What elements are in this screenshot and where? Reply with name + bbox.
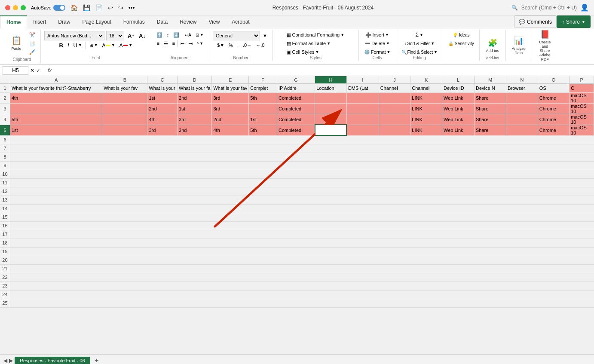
sort-filter-button[interactable]: ↕ Sort & Filter ▼ [402, 40, 436, 47]
row-num-16[interactable]: 16 [0, 221, 10, 230]
cell-O1[interactable]: OS [538, 84, 569, 92]
cell-C5[interactable]: 3rd [147, 125, 178, 135]
cell-F1[interactable]: Complet [249, 84, 277, 92]
text-direction-button[interactable]: ᴬ▼ [195, 40, 205, 47]
minimize-button[interactable] [13, 5, 18, 10]
cell-F5[interactable]: 5th [249, 125, 277, 135]
scroll-right-icon[interactable]: ▶ [9, 358, 13, 364]
cell-J3[interactable] [379, 103, 410, 114]
row-num-15[interactable]: 15 [0, 213, 10, 221]
cell-E2[interactable]: 3rd [212, 92, 249, 103]
col-header-I[interactable]: I [346, 76, 379, 84]
row-num-7[interactable]: 7 [0, 144, 10, 153]
row-num-10[interactable]: 10 [0, 170, 10, 178]
cell-P4[interactable]: macOS 10 [570, 114, 594, 125]
row-num-11[interactable]: 11 [0, 178, 10, 187]
row-num-22[interactable]: 22 [0, 273, 10, 281]
cell-M5[interactable]: Share [474, 125, 506, 135]
more-icon[interactable]: ••• [129, 4, 135, 11]
col-header-M[interactable]: M [474, 76, 506, 84]
cell-G5[interactable]: Completed [277, 125, 315, 135]
add-ins-button[interactable]: 🧩 Add-ins [483, 34, 502, 58]
save-icon[interactable]: 💾 [83, 4, 90, 11]
italic-button[interactable]: I [66, 41, 71, 49]
cell-H1[interactable]: Location [315, 84, 347, 92]
row-num-13[interactable]: 13 [0, 196, 10, 204]
col-header-C[interactable]: C [147, 76, 178, 84]
tab-review[interactable]: Review [174, 15, 202, 28]
font-name-select[interactable]: Aptos Narrow (Bod... [44, 31, 104, 40]
sheet-tab-active[interactable]: Responses - Favorite Fruit - 06 [15, 357, 90, 364]
cell-P3[interactable]: macOS 10 [570, 103, 594, 114]
cell-K4[interactable]: LINK [410, 114, 442, 125]
col-header-K[interactable]: K [410, 76, 442, 84]
fill-color-button[interactable]: A ▼ [101, 41, 117, 49]
row-num-25[interactable]: 25 [0, 299, 10, 307]
col-header-O[interactable]: O [538, 76, 569, 84]
row-num-9[interactable]: 9 [0, 161, 10, 170]
row-num-17[interactable]: 17 [0, 230, 10, 239]
row-num-4[interactable]: 4 [0, 114, 10, 125]
merge-button[interactable]: ⊡▼ [194, 31, 205, 39]
col-header-F[interactable]: F [249, 76, 277, 84]
align-left-button[interactable]: ≡ [155, 40, 161, 47]
formula-input[interactable] [53, 66, 591, 75]
align-center-button[interactable]: ☰ [162, 40, 170, 47]
row-num-3[interactable]: 3 [0, 103, 10, 114]
cell-B5[interactable] [102, 125, 147, 135]
find-select-button[interactable]: 🔍 Find & Select ▼ [400, 48, 439, 56]
cell-D3[interactable]: 1st [178, 103, 212, 114]
window-controls[interactable] [5, 5, 26, 10]
cell-L2[interactable]: Web Link [442, 92, 474, 103]
row-num-14[interactable]: 14 [0, 204, 10, 213]
row-num-6[interactable]: 6 [0, 135, 10, 144]
cell-K2[interactable]: LINK [410, 92, 442, 103]
cell-A2[interactable]: 4th [10, 92, 102, 103]
cell-H3[interactable] [315, 103, 347, 114]
cell-F3[interactable] [249, 103, 277, 114]
col-header-D[interactable]: D [178, 76, 212, 84]
format-painter-button[interactable]: 🖌️ [28, 48, 37, 56]
font-size-select[interactable]: 18 [106, 31, 124, 40]
tab-home[interactable]: Home [0, 15, 27, 28]
sensitivity-button[interactable]: 🔒 Sensitivity [447, 40, 476, 47]
cell-B4[interactable] [102, 114, 147, 125]
row-num-23[interactable]: 23 [0, 281, 10, 290]
col-header-G[interactable]: G [277, 76, 315, 84]
cell-N5[interactable] [506, 125, 538, 135]
format-as-table-button[interactable]: ▤ Format as Table ▼ [285, 40, 346, 47]
cell-N2[interactable] [506, 92, 538, 103]
col-header-A[interactable]: A [10, 76, 102, 84]
cell-A4[interactable]: 5th [10, 114, 102, 125]
cell-M4[interactable]: Share [474, 114, 506, 125]
tab-acrobat[interactable]: Acrobat [226, 15, 255, 28]
add-sheet-button[interactable]: + [92, 356, 101, 364]
col-header-B[interactable]: B [102, 76, 147, 84]
row-num-19[interactable]: 19 [0, 247, 10, 256]
cell-J4[interactable] [379, 114, 410, 125]
cell-J2[interactable] [379, 92, 410, 103]
cell-P5[interactable]: macOS 10 [570, 125, 594, 135]
cell-D4[interactable]: 3rd [178, 114, 212, 125]
decrease-font-button[interactable]: A↓ [137, 32, 147, 40]
col-header-J[interactable]: J [379, 76, 410, 84]
col-header-N[interactable]: N [506, 76, 538, 84]
format-button[interactable]: ⚙️ Format ▼ [362, 48, 392, 56]
comma-button[interactable]: , [236, 41, 240, 49]
col-header-H[interactable]: H [315, 76, 347, 84]
cell-I2[interactable] [346, 92, 379, 103]
font-color-button[interactable]: A ▼ [118, 41, 134, 49]
cell-K3[interactable]: LINK [410, 103, 442, 114]
cell-H4[interactable] [315, 114, 347, 125]
insert-button[interactable]: ➕ Insert ▼ [364, 31, 390, 39]
col-header-L[interactable]: L [442, 76, 474, 84]
align-middle-button[interactable]: ↕️ [165, 31, 171, 39]
row-num-24[interactable]: 24 [0, 290, 10, 299]
profile-icon[interactable]: 👤 [580, 3, 589, 12]
save2-icon[interactable]: 📄 [95, 4, 103, 11]
cell-I4[interactable] [346, 114, 379, 125]
cell-A3[interactable] [10, 103, 102, 114]
cell-B3[interactable] [102, 103, 147, 114]
cell-styles-button[interactable]: ▣ Cell Styles ▼ [285, 48, 346, 56]
align-top-button[interactable]: ⬆️ [155, 31, 164, 39]
